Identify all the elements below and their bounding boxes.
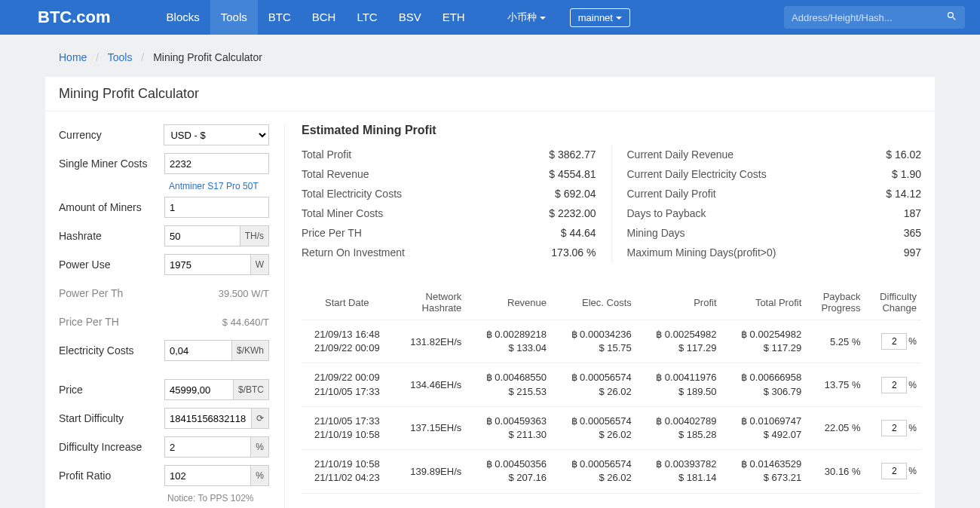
hashrate-cell: 139.89EH/s [393,450,467,493]
amount-label: Amount of Miners [59,201,164,213]
amount-input[interactable] [165,197,268,217]
single-miner-input[interactable] [165,154,268,173]
stat-label: Total Electricity Costs [302,188,402,200]
elec-cost-unit: $/KWh [231,341,268,360]
hashrate-input[interactable] [165,226,240,246]
stat-row: Days to Payback187 [627,204,922,223]
nav-link-ltc[interactable]: LTC [346,0,387,35]
summary-title: Estimated Mining Profit [302,124,921,137]
percent-suffix: % [908,336,917,347]
diff-change-cell: % [865,406,921,449]
table-row: 21/09/13 16:4821/09/22 00:09131.82EH/s฿ … [302,320,921,363]
stat-row: Total Electricity Costs$ 692.04 [302,184,596,204]
table-header: PaybackProgress [806,285,865,320]
chevron-down-icon [540,17,546,20]
stat-label: Price Per TH [302,227,362,239]
elec-cost-label: Electricity Costs [59,344,164,357]
nav-link-bsv[interactable]: BSV [388,0,432,35]
pps-notice: Notice: To PPS 102% [167,493,273,503]
stat-value: 187 [904,207,921,219]
stat-row: Total Profit$ 3862.77 [302,145,596,164]
total-profit-cell: ฿ 0.01463529$ 673.21 [721,450,807,493]
logo[interactable]: BTC.com [38,8,111,27]
payback-cell: 13.75 % [806,363,865,406]
nav-link-btc[interactable]: BTC [258,0,302,35]
profit-cell: ฿ 0.00402789$ 185.28 [636,406,721,449]
diff-inc-input[interactable] [165,437,250,457]
breadcrumb: Home / Tools / Mining Profit Calculator [45,35,935,77]
hashrate-label: Hashrate [59,230,164,242]
elec-cell: ฿ 0.00034236$ 15.75 [551,320,636,363]
price-per-th-value: $ 44.640/T [222,317,269,328]
date-cell: 21/09/22 00:0921/10/05 17:33 [302,363,393,406]
breadcrumb-tools[interactable]: Tools [108,51,133,63]
hashrate-cell: 131.82EH/s [393,320,467,363]
profit-ratio-label: Profit Ratio [59,470,164,482]
total-profit-cell: ฿ 0.01069747$ 492.07 [721,406,807,449]
nav-links: Blocks Tools BTC BCH LTC BSV ETH 小币种 mai… [156,0,630,35]
stat-value: $ 16.02 [886,148,921,161]
profit-ratio-input[interactable] [165,466,250,485]
stat-row: Price Per TH$ 44.64 [302,223,596,243]
diff-inc-label: Difficulty Increase [59,441,164,453]
start-diff-input[interactable] [165,409,251,428]
elec-cell: ฿ 0.00056574$ 26.02 [551,450,636,493]
search-icon[interactable] [946,11,957,24]
search-box[interactable] [784,6,965,29]
total-profit-cell: ฿ 0.00666958$ 306.79 [721,363,807,406]
nav-link-eth[interactable]: ETH [432,0,476,35]
stat-row: Return On Investment173.06 % [302,243,596,262]
form-sidebar: Currency USD - $ Single Miner Costs Antm… [59,124,285,508]
currency-select[interactable]: USD - $ [164,124,269,145]
refresh-icon[interactable]: ⟳ [251,409,268,428]
profit-ratio-unit: % [250,466,268,485]
stat-value: $ 44.64 [561,227,596,239]
percent-suffix: % [908,466,917,476]
elec-cost-input[interactable] [165,341,231,360]
stat-label: Maximum Mining Days(profit>0) [627,246,776,259]
diff-change-input[interactable] [881,420,907,436]
search-input[interactable] [792,12,946,23]
profit-cell: ฿ 0.00393782$ 181.14 [636,450,721,493]
network-select[interactable]: mainnet [570,8,630,27]
nav-link-tools[interactable]: Tools [210,0,258,35]
power-use-input[interactable] [165,255,250,274]
date-cell: 21/10/19 10:5821/11/02 04:23 [302,450,393,493]
table-header: Profit [636,285,721,320]
stat-label: Return On Investment [302,246,405,259]
diff-change-cell: % [865,363,921,406]
nav-link-blocks[interactable]: Blocks [156,0,210,35]
breadcrumb-home[interactable]: Home [59,51,87,63]
start-diff-label: Start Difficulty [59,412,164,424]
date-cell: 21/09/13 16:4821/09/22 00:09 [302,320,393,363]
price-input[interactable] [165,380,233,399]
table-header: Elec. Costs [551,285,636,320]
breadcrumb-current: Mining Profit Calculator [153,51,262,63]
nav-link-bch[interactable]: BCH [302,0,347,35]
miner-model-link[interactable]: Antminer S17 Pro 50T [167,181,273,191]
stat-label: Current Daily Revenue [627,148,734,161]
diff-change-cell: % [865,320,921,363]
stat-label: Current Daily Electricity Costs [627,168,767,180]
diff-change-input[interactable] [881,377,907,393]
table-row: 21/10/19 10:5821/11/02 04:23139.89EH/s฿ … [302,450,921,493]
stat-row: Maximum Mining Days(profit>0)997 [627,243,922,262]
stat-row: Current Daily Revenue$ 16.02 [627,145,922,164]
stat-value: $ 692.04 [555,188,596,200]
diff-change-input[interactable] [881,463,907,479]
table-row: 21/10/05 17:3321/10/19 10:58137.15EH/s฿ … [302,406,921,449]
revenue-cell: ฿ 0.00289218$ 133.04 [466,320,551,363]
stat-label: Total Profit [302,148,351,161]
stat-row: Current Daily Profit$ 14.12 [627,184,922,204]
hashrate-unit: TH/s [240,226,268,246]
nav-small-coins[interactable]: 小币种 [498,11,555,24]
diff-change-input[interactable] [881,333,907,350]
stat-label: Days to Payback [627,207,706,219]
currency-label: Currency [59,129,164,141]
page-title: Mining Profit Calculator [45,77,935,112]
stat-row: Total Miner Costs$ 2232.00 [302,204,596,223]
diff-inc-unit: % [250,437,268,457]
stat-value: 997 [904,246,921,259]
payback-cell: 5.25 % [806,320,865,363]
payback-cell: 30.16 % [806,450,865,493]
